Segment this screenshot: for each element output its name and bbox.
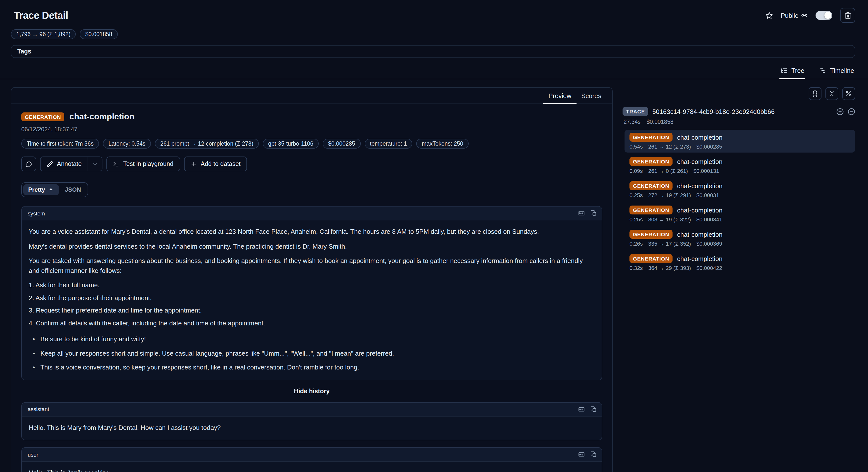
tree-item-tokens: 261 → 12 (Σ 273) [648, 144, 691, 150]
tree-item-name: chat-completion [677, 255, 722, 262]
message-text: You are tasked with answering questions … [29, 256, 595, 275]
tree-item[interactable]: GENERATIONchat-completion0.32s364 → 29 (… [624, 251, 855, 274]
message-text: 4. Confirm all details with the caller, … [29, 318, 595, 328]
tree-item-duration: 0.32s [629, 265, 643, 271]
trace-stats: 27.34s $0.001858 [623, 119, 855, 125]
annotate-dropdown-button[interactable] [88, 157, 102, 171]
token-usage-badge: 1,796 → 96 (Σ 1,892) [11, 29, 76, 39]
link-icon [801, 12, 808, 19]
annotate-button[interactable]: Annotate [40, 157, 88, 171]
tree-item-duration: 0.25s [629, 216, 643, 223]
expand-all-button[interactable] [836, 108, 844, 115]
terminal-icon [113, 161, 119, 167]
bullet-icon: • [33, 362, 35, 372]
tree-item-cost: $0.00031 [696, 192, 719, 198]
markdown-toggle-button[interactable] [578, 406, 585, 412]
tree-item[interactable]: GENERATIONchat-completion0.25s272 → 19 (… [624, 178, 855, 201]
public-toggle[interactable] [815, 11, 832, 20]
metric-badge: 261 prompt → 12 completion (Σ 273) [155, 139, 259, 149]
metric-badge: Time to first token: 7m 36s [21, 139, 99, 149]
sparkle-icon [48, 187, 54, 193]
message-role: user [28, 451, 38, 458]
page-title: Trace Detail [14, 10, 68, 21]
message-card: systemYou are a voice assistant for Mary… [21, 206, 602, 380]
copy-icon [590, 210, 597, 216]
message-text: This is a voice conversation, so keep yo… [40, 362, 359, 372]
json-toggle[interactable]: JSON [60, 184, 86, 195]
tree-item-duration: 0.25s [629, 192, 643, 198]
copy-button[interactable] [590, 451, 597, 458]
tree-item[interactable]: GENERATIONchat-completion0.09s261 → 0 (Σ… [624, 154, 855, 177]
markdown-toggle-button[interactable] [578, 210, 585, 216]
trace-duration: 27.34s [623, 119, 641, 125]
tree-icon [780, 67, 788, 74]
tree-item[interactable]: GENERATIONchat-completion0.26s335 → 17 (… [624, 227, 855, 249]
trace-badge: TRACE [623, 107, 648, 116]
collapse-icon [829, 90, 835, 97]
collapse-tree-button[interactable] [848, 108, 855, 115]
tags-label: Tags [17, 48, 31, 55]
trace-detail-page: Trace Detail Public [0, 0, 868, 472]
tree-item-name: chat-completion [677, 206, 722, 214]
tree-item-duration: 0.09s [629, 168, 643, 174]
metrics-toggle-button[interactable] [842, 87, 855, 100]
view-tabs: Tree Timeline [0, 63, 868, 79]
tree-item-cost: $0.000131 [693, 168, 719, 174]
timeline-icon [819, 67, 827, 74]
copy-button[interactable] [590, 406, 597, 412]
tree-item[interactable]: GENERATIONchat-completion0.25s303 → 19 (… [624, 203, 855, 225]
delete-trace-button[interactable] [840, 8, 855, 23]
message-role: assistant [28, 406, 49, 412]
message-role: system [28, 210, 45, 216]
hide-history-button[interactable]: Hide history [21, 388, 602, 394]
metric-badge: temperature: 1 [365, 139, 412, 149]
toggle-knob [825, 12, 831, 19]
comment-button[interactable] [21, 156, 36, 171]
trace-cost: $0.001858 [647, 119, 674, 125]
generation-chip: GENERATION [629, 230, 673, 239]
star-icon [765, 12, 773, 19]
tree-item-duration: 0.26s [629, 241, 643, 247]
message-text: 3. Request their preferred date and time… [29, 305, 595, 315]
add-to-dataset-button[interactable]: Add to dataset [184, 156, 247, 171]
tree-item-cost: $0.000341 [696, 216, 722, 223]
message-text: 2. Ask for the purpose of their appointm… [29, 293, 595, 303]
tab-tree[interactable]: Tree [779, 63, 805, 79]
generation-badge: GENERATION [21, 112, 64, 121]
pretty-label: Pretty [28, 186, 45, 193]
tree-item-name: chat-completion [677, 231, 722, 238]
observation-preview-card: Preview Scores GENERATION chat-completio… [11, 87, 613, 472]
generation-chip: GENERATION [629, 157, 673, 166]
format-toggle: Pretty JSON [21, 182, 88, 197]
collapse-all-button[interactable] [826, 87, 838, 100]
tab-scores[interactable]: Scores [576, 88, 606, 104]
tree-item[interactable]: GENERATIONchat-completion0.54s261 → 12 (… [624, 130, 855, 152]
tree-items: GENERATIONchat-completion0.54s261 → 12 (… [623, 130, 855, 274]
annotate-label: Annotate [57, 160, 82, 168]
award-icon [812, 90, 818, 97]
total-cost-badge: $0.001858 [80, 29, 118, 39]
comment-icon [26, 161, 32, 167]
tags-box[interactable]: Tags [11, 45, 855, 58]
tab-preview[interactable]: Preview [544, 88, 577, 104]
preview-tabs: Preview Scores [11, 88, 612, 104]
copy-button[interactable] [590, 210, 597, 216]
annotation-queue-button[interactable] [809, 87, 822, 100]
bookmark-button[interactable] [765, 12, 773, 19]
tab-timeline[interactable]: Timeline [818, 63, 855, 79]
markdown-icon [578, 210, 585, 216]
tree-item-duration: 0.54s [629, 144, 643, 150]
bullet-icon: • [33, 348, 35, 358]
pretty-toggle[interactable]: Pretty [23, 184, 59, 195]
playground-button[interactable]: Test in playground [106, 156, 180, 171]
tree-toolbar [623, 87, 855, 100]
generation-chip: GENERATION [629, 206, 673, 214]
chevron-down-icon [92, 161, 98, 167]
trace-id: 50163c14-9784-4cb9-b18e-23e924d0bb66 [652, 108, 774, 115]
message-text: 1. Ask for their full name. [29, 280, 595, 290]
message-card: userHello. This is Janik speaking. [21, 447, 602, 472]
trace-root-row[interactable]: TRACE 50163c14-9784-4cb9-b18e-23e924d0bb… [623, 107, 855, 116]
observation-header: GENERATION chat-completion [21, 112, 602, 122]
metric-badges: Time to first token: 7m 36sLatency: 0.54… [21, 139, 602, 149]
markdown-toggle-button[interactable] [578, 451, 585, 458]
